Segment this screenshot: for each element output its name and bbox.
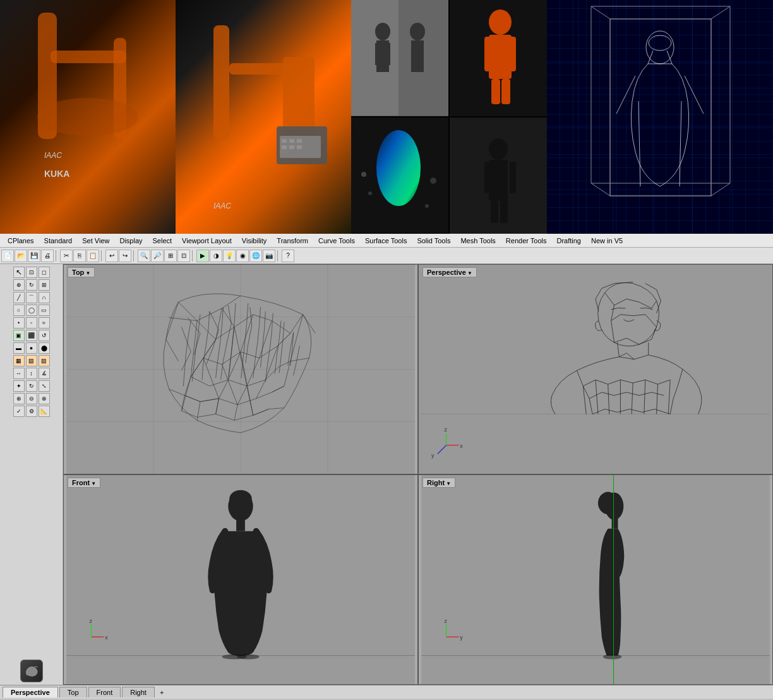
toolbar-print[interactable]: 🖨: [41, 250, 54, 262]
tool-interpolate[interactable]: ≈: [39, 317, 50, 329]
tool-mesh1[interactable]: ▦: [13, 355, 25, 366]
toolbar-redo[interactable]: ↪: [119, 250, 131, 262]
tool-scale[interactable]: ⤡: [39, 380, 50, 392]
toolbar-cut[interactable]: ✂: [60, 250, 73, 262]
viewport-perspective[interactable]: Perspective x z y: [418, 264, 773, 474]
toolbar-copy[interactable]: ⎘: [73, 250, 86, 262]
tool-rectangle[interactable]: ▭: [39, 305, 50, 316]
tool-zoom[interactable]: ⊞: [39, 279, 50, 291]
svg-point-38: [425, 204, 429, 208]
sep-5: [277, 250, 280, 262]
tool-mesh2[interactable]: ▧: [26, 355, 37, 366]
viewport-top-label[interactable]: Top: [68, 267, 95, 277]
toolbar-zoom-out[interactable]: 🔎: [151, 250, 164, 262]
svg-line-59: [711, 6, 730, 19]
toolbar-light[interactable]: 💡: [223, 250, 236, 262]
menu-render-tools[interactable]: Render Tools: [501, 236, 552, 246]
tool-rotate[interactable]: ↻: [26, 380, 37, 392]
tab-right[interactable]: Right: [122, 687, 155, 697]
toolbar-new[interactable]: 📄: [1, 250, 14, 262]
menu-surface-tools[interactable]: Surface Tools: [360, 236, 412, 246]
tool-point[interactable]: •: [13, 317, 25, 329]
toolbar-paste[interactable]: 📋: [87, 250, 99, 262]
menu-mesh-tools[interactable]: Mesh Tools: [455, 236, 500, 246]
heatmap-image: [351, 118, 448, 234]
tool-dim1[interactable]: ↔: [13, 368, 25, 379]
tool-pan[interactable]: ⊕: [13, 279, 25, 291]
svg-text:y: y: [431, 452, 434, 459]
toolbar-zoom-in[interactable]: 🔍: [138, 250, 150, 262]
viewport-right-label[interactable]: Right: [422, 478, 455, 488]
menu-solid-tools[interactable]: Solid Tools: [412, 236, 455, 246]
toolbar-save[interactable]: 💾: [28, 250, 40, 262]
tool-dim3[interactable]: ∡: [39, 368, 50, 379]
svg-rect-6: [213, 25, 229, 139]
menu-cplanes[interactable]: CPlanes: [3, 236, 39, 246]
menu-visibility[interactable]: Visibility: [237, 236, 272, 246]
tab-add-button[interactable]: +: [156, 687, 167, 697]
tool-ellipse[interactable]: ◯: [26, 305, 37, 316]
tool-row-nurbs: • ◦ ≈: [13, 317, 50, 329]
tool-cylinder[interactable]: ⬤: [39, 342, 50, 354]
tool-polyline[interactable]: ⌒: [26, 292, 37, 303]
toolbar-render-preview[interactable]: ◑: [210, 250, 222, 262]
tool-orbit[interactable]: ↻: [26, 279, 37, 291]
tool-box[interactable]: ▬: [13, 342, 25, 354]
tool-select-region[interactable]: ⊡: [26, 267, 37, 278]
toolbar-material[interactable]: ◉: [236, 250, 249, 262]
viewport-perspective-label[interactable]: Perspective: [422, 267, 477, 277]
menu-display[interactable]: Display: [114, 236, 147, 246]
viewport-front[interactable]: Front x z: [63, 474, 418, 685]
toolbar-open[interactable]: 📂: [15, 250, 27, 262]
tool-move[interactable]: ✦: [13, 380, 25, 392]
tool-diff[interactable]: ⊖: [26, 393, 37, 404]
menu-curve-tools[interactable]: Curve Tools: [313, 236, 360, 246]
menu-new-v5[interactable]: New in V5: [586, 236, 628, 246]
tool-revolve[interactable]: ↺: [39, 330, 50, 341]
tab-top[interactable]: Top: [59, 687, 87, 697]
people-bw-image: [351, 0, 448, 116]
tool-select-arrow[interactable]: ↖: [13, 267, 25, 278]
viewport-front-label[interactable]: Front: [68, 478, 100, 488]
tool-select-last[interactable]: ◻: [39, 267, 50, 278]
toolbar-environment[interactable]: 🌐: [249, 250, 262, 262]
menu-transform[interactable]: Transform: [272, 236, 313, 246]
tool-circle[interactable]: ○: [13, 305, 25, 316]
toolbar-undo[interactable]: ↩: [105, 250, 118, 262]
tool-sphere[interactable]: ●: [26, 342, 37, 354]
toolbar-zoom-window[interactable]: ⊡: [177, 250, 190, 262]
viewport-top-svg: [64, 265, 417, 474]
tool-analyze[interactable]: ⚙: [26, 406, 37, 417]
menu-drafting[interactable]: Drafting: [551, 236, 586, 246]
tool-extrude[interactable]: ⬛: [26, 330, 37, 341]
toolbar-snapshot[interactable]: 📷: [263, 250, 275, 262]
gallery-center-grid: [351, 0, 547, 234]
tool-measure[interactable]: 📐: [39, 406, 50, 417]
toolbar-render[interactable]: ▶: [196, 250, 209, 262]
tool-row-mesh: ▦ ▧ ▨: [13, 355, 50, 366]
menu-setview[interactable]: Set View: [77, 236, 114, 246]
viewport-right[interactable]: Right y z: [418, 474, 773, 685]
tool-check[interactable]: ✓: [13, 406, 25, 417]
toolbar-zoom-all[interactable]: ⊞: [164, 250, 177, 262]
svg-point-35: [368, 191, 372, 195]
tool-line[interactable]: ╱: [13, 292, 25, 303]
tool-row-surf: ▣ ⬛ ↺: [13, 330, 50, 341]
toolbar-help[interactable]: ?: [282, 250, 294, 262]
tab-perspective[interactable]: Perspective: [3, 687, 58, 697]
svg-rect-44: [491, 201, 498, 223]
tool-surface[interactable]: ▣: [13, 330, 25, 341]
tool-control-point[interactable]: ◦: [26, 317, 37, 329]
menu-select[interactable]: Select: [148, 236, 177, 246]
tool-dim2[interactable]: ↕: [26, 368, 37, 379]
menu-standard[interactable]: Standard: [39, 236, 78, 246]
tool-mesh3[interactable]: ▨: [39, 355, 50, 366]
svg-rect-81: [421, 265, 770, 474]
menu-viewport-layout[interactable]: Viewport Layout: [177, 236, 237, 246]
tool-arc[interactable]: ∩: [39, 292, 50, 303]
svg-rect-57: [610, 19, 711, 196]
tool-union[interactable]: ⊕: [13, 393, 25, 404]
tab-front[interactable]: Front: [88, 687, 121, 697]
tool-intersect[interactable]: ⊗: [39, 393, 50, 404]
viewport-top[interactable]: Top: [63, 264, 418, 474]
